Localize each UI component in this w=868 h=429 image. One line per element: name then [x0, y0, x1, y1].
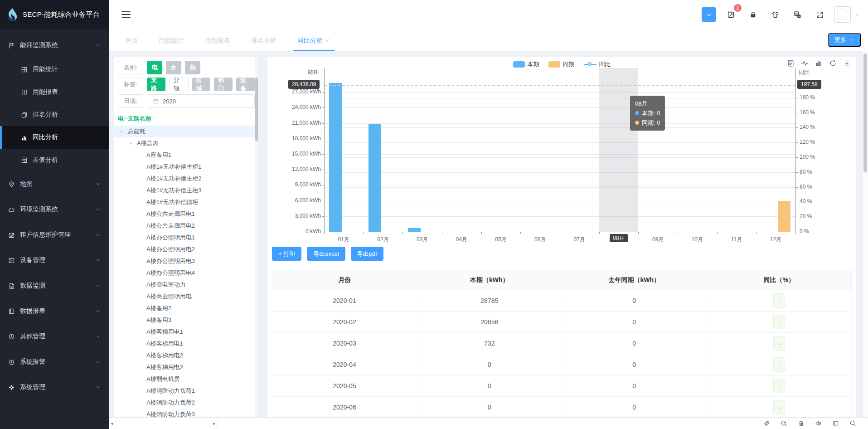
tree-node[interactable]: A楼消防动力负荷3: [114, 409, 258, 417]
bar-lastyear[interactable]: [778, 201, 790, 232]
tree-node[interactable]: A楼公共走廊用电2: [114, 220, 258, 232]
tooltip-title: 08月: [635, 99, 660, 108]
tab-4[interactable]: 同比分析: [293, 32, 335, 51]
tree-node[interactable]: A楼办公照明用电3: [114, 255, 258, 267]
tab-1[interactable]: 用能统计: [154, 32, 189, 51]
sidebar-subitem-2[interactable]: 排名分析: [0, 103, 109, 126]
more-button[interactable]: 更多: [828, 33, 861, 47]
filter-button[interactable]: 设备: [236, 78, 255, 91]
tree-node[interactable]: A楼1#无功补偿辅柜: [114, 196, 258, 208]
bar-current[interactable]: [408, 228, 421, 232]
sidebar-item-5[interactable]: 数据监测: [0, 273, 109, 298]
tree-node[interactable]: A楼公共走廊用电1: [114, 208, 258, 220]
legend-lastyear[interactable]: 同期: [548, 60, 575, 68]
trend-down-badge: ↓: [773, 293, 785, 308]
quick-action-button[interactable]: [702, 7, 716, 22]
scroll-left-arrow-icon[interactable]: ◂: [111, 421, 113, 426]
tree-node[interactable]: A楼变电室动力: [114, 279, 258, 291]
tree-node[interactable]: A楼办公照明用电2: [114, 244, 258, 255]
search-icon[interactable]: [849, 420, 856, 427]
sidebar-subitem-1[interactable]: 用能报表: [0, 81, 109, 103]
sidebar-item-7[interactable]: 其他管理: [0, 324, 109, 349]
tree-node[interactable]: A楼1#无功补偿主柜2: [114, 173, 258, 185]
download-icon[interactable]: [843, 59, 851, 67]
user-menu-chevron-icon[interactable]: [854, 12, 860, 17]
tree-node[interactable]: A楼商业照明用电: [114, 291, 258, 302]
rocket-icon[interactable]: [763, 420, 770, 427]
bar-current[interactable]: [369, 124, 381, 232]
tree-node[interactable]: A楼客梯用电2: [114, 350, 258, 361]
filter-button[interactable]: 支路: [147, 78, 165, 91]
sidebar-item-1[interactable]: 地图: [0, 171, 109, 197]
cell-current: 0: [417, 397, 562, 418]
tree-node[interactable]: A楼办公照明用电4: [114, 267, 258, 279]
export-pdf-button[interactable]: 导出pdf: [351, 247, 383, 261]
refresh-icon[interactable]: [829, 59, 837, 67]
tree-scrollbar[interactable]: [255, 57, 258, 417]
tree-node[interactable]: A楼1#无功补偿主柜3: [114, 185, 258, 196]
tree-node[interactable]: A楼客梯用电2: [114, 361, 258, 373]
bars-icon[interactable]: [815, 59, 823, 67]
fullscreen-icon[interactable]: [812, 7, 827, 22]
bar-current[interactable]: [329, 83, 342, 232]
sidebar-subitem-4[interactable]: 差值分析: [0, 149, 109, 171]
sidebar-item-9[interactable]: 系统管理: [0, 375, 109, 400]
close-tab-icon[interactable]: [325, 38, 330, 43]
trash-icon[interactable]: [798, 420, 805, 427]
sidebar-subitem-0[interactable]: 用能统计: [0, 58, 109, 81]
tree-node[interactable]: A楼客梯用电1: [114, 326, 258, 338]
tree-scrollbar-thumb[interactable]: [255, 78, 258, 141]
book2-icon: [8, 308, 15, 315]
filter-button[interactable]: 电: [147, 61, 162, 74]
user-avatar[interactable]: [834, 6, 851, 23]
gauge-icon[interactable]: [781, 420, 787, 427]
filter-button[interactable]: 热: [185, 61, 200, 74]
lock-screen-icon[interactable]: [745, 7, 761, 22]
legend-yoy[interactable]: 同比: [584, 60, 611, 68]
legend-current[interactable]: 本期: [513, 60, 539, 68]
filter-button[interactable]: 区域: [192, 78, 211, 91]
sidebar-item-4[interactable]: 设备管理: [0, 248, 109, 273]
year-picker[interactable]: 2020: [148, 94, 255, 108]
tab-3[interactable]: 排名分析: [247, 32, 281, 51]
tree-node[interactable]: A楼备用2: [114, 302, 258, 314]
scroll-right-arrow-icon[interactable]: ▸: [213, 421, 215, 426]
filter-button[interactable]: 分项: [169, 78, 189, 91]
page-scrollbar[interactable]: [862, 51, 868, 417]
tab-2[interactable]: 用能报表: [200, 32, 235, 51]
tree-node[interactable]: A座备用1: [114, 149, 258, 161]
dataview-icon[interactable]: [787, 59, 795, 67]
tree-node-level1[interactable]: ▾A楼总表: [114, 137, 258, 149]
maintenance-tasks-icon[interactable]: 1: [723, 7, 738, 22]
clock-icon: [8, 333, 15, 340]
sidebar-item-6[interactable]: 数据报表: [0, 298, 109, 324]
hamburger-menu-icon[interactable]: [121, 10, 131, 19]
window-icon[interactable]: [832, 420, 839, 427]
print-button[interactable]: + 打印: [272, 247, 301, 261]
page-scrollbar-thumb[interactable]: [863, 54, 867, 172]
sidebar-subitem-3[interactable]: 同比分析: [0, 126, 109, 149]
sidebar-hscrollbar[interactable]: ◂ ▸: [109, 418, 218, 429]
tree-node[interactable]: A楼备用3: [114, 314, 258, 326]
export-excel-button[interactable]: 导出excel: [307, 247, 345, 261]
tree-node[interactable]: A楼弱电机房: [114, 373, 258, 385]
tree-node[interactable]: A楼客梯用电1: [114, 338, 258, 350]
tab-0[interactable]: 首页: [121, 32, 142, 51]
sidebar-item-0[interactable]: 能耗监测系统: [0, 33, 109, 58]
sidebar-item-8[interactable]: 系统报警: [0, 349, 109, 375]
tree-node[interactable]: A楼消防动力负荷2: [114, 397, 258, 409]
filter-button[interactable]: 部门: [214, 78, 233, 91]
pulse-icon[interactable]: [801, 59, 809, 67]
language-translate-icon[interactable]: 中A: [790, 7, 805, 22]
tree-node[interactable]: A楼1#无功补偿主柜1: [114, 161, 258, 173]
tree-node-root[interactable]: ▾总能耗: [114, 126, 258, 137]
tree-node[interactable]: A楼消防动力负荷1: [114, 385, 258, 397]
analysis-panel: 本期同期同比能耗同比28,436.09197.580 kWh3,000 kWh6…: [267, 57, 856, 417]
sidebar-item-3[interactable]: 租户信息维护管理: [0, 222, 109, 248]
tree-node[interactable]: A楼办公照明用电1: [114, 232, 258, 244]
theme-skin-icon[interactable]: [767, 7, 783, 22]
sidebar-item-2[interactable]: 环境监测系统: [0, 197, 109, 222]
volume-icon[interactable]: [815, 420, 822, 427]
chart-legend: 本期同期同比: [267, 60, 856, 68]
filter-button[interactable]: 水: [166, 61, 181, 74]
